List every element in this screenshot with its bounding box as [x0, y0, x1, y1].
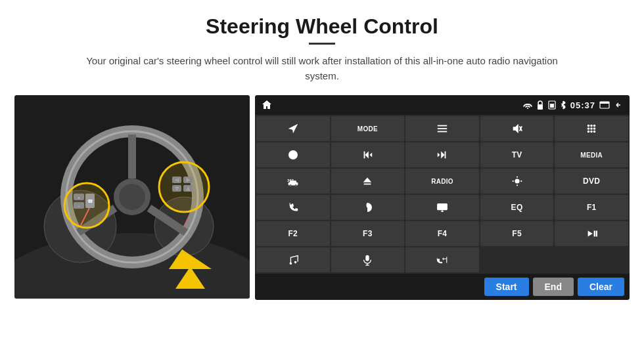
- svg-line-70: [290, 258, 298, 260]
- status-bar: 05:37: [255, 95, 630, 115]
- steering-wheel-image: km/h RPM + - ☎: [14, 95, 250, 299]
- control-button-r5c3[interactable]: F4: [405, 221, 479, 246]
- control-button-r1c4[interactable]: [480, 116, 554, 141]
- svg-text:▷: ▷: [187, 178, 190, 182]
- control-button-r1c1[interactable]: [256, 116, 330, 141]
- svg-point-43: [590, 125, 593, 127]
- svg-rect-34: [550, 104, 554, 108]
- svg-point-47: [593, 127, 596, 130]
- control-button-r6c5[interactable]: [555, 247, 628, 272]
- svg-point-45: [587, 127, 590, 130]
- svg-text:◁: ◁: [175, 178, 179, 182]
- wifi-icon: [523, 101, 532, 109]
- control-panel: 05:37 MODETVMEDIA360RADIODVDEQF1F2F3F4F5…: [255, 95, 630, 300]
- svg-rect-65: [438, 204, 447, 210]
- svg-point-58: [289, 184, 291, 186]
- svg-rect-39: [438, 131, 447, 133]
- control-button-r3c2[interactable]: [331, 169, 405, 194]
- start-button[interactable]: Start: [484, 278, 529, 296]
- control-button-r6c2[interactable]: [331, 247, 405, 272]
- svg-point-59: [294, 184, 296, 186]
- control-button-r4c1[interactable]: [256, 195, 330, 220]
- status-right: 05:37: [523, 100, 623, 110]
- svg-rect-57: [290, 180, 296, 183]
- svg-rect-54: [445, 152, 446, 159]
- svg-rect-71: [366, 255, 369, 261]
- svg-point-49: [590, 131, 593, 133]
- control-button-r5c5[interactable]: [555, 221, 628, 246]
- control-button-r4c3[interactable]: [405, 195, 479, 220]
- svg-point-52: [291, 153, 294, 156]
- control-button-r1c2[interactable]: MODE: [331, 116, 405, 141]
- svg-text:☎: ☎: [87, 199, 93, 203]
- title-divider: [309, 43, 335, 45]
- button-grid: MODETVMEDIA360RADIODVDEQF1F2F3F4F5: [255, 115, 630, 274]
- svg-rect-69: [596, 231, 597, 237]
- lock-icon: [536, 100, 544, 110]
- svg-point-48: [587, 131, 590, 133]
- bottom-bar: Start End Clear: [255, 274, 630, 300]
- control-button-r4c4[interactable]: EQ: [480, 195, 554, 220]
- control-button-r1c3[interactable]: [405, 116, 479, 141]
- control-button-r6c1[interactable]: [256, 247, 330, 272]
- status-left: [262, 100, 272, 110]
- sim-icon: [548, 100, 556, 110]
- control-button-r3c1[interactable]: 360: [256, 169, 330, 194]
- svg-text:▽: ▽: [175, 186, 179, 190]
- control-button-r1c5[interactable]: [555, 116, 628, 141]
- svg-point-46: [590, 127, 593, 130]
- status-time: 05:37: [570, 100, 595, 110]
- svg-rect-68: [594, 231, 595, 237]
- svg-text:-: -: [78, 204, 80, 208]
- svg-point-50: [593, 131, 596, 133]
- svg-point-42: [587, 125, 590, 127]
- subtitle: Your original car's steering wheel contr…: [85, 54, 559, 83]
- control-button-r3c5[interactable]: DVD: [555, 169, 628, 194]
- control-button-r2c5[interactable]: MEDIA: [555, 142, 628, 167]
- control-button-r2c1[interactable]: [256, 142, 330, 167]
- svg-text:+: +: [78, 196, 80, 200]
- control-button-r2c2[interactable]: [331, 142, 405, 167]
- control-button-r6c4[interactable]: [480, 247, 554, 272]
- svg-rect-32: [538, 104, 543, 110]
- control-button-r3c3[interactable]: RADIO: [405, 169, 479, 194]
- svg-rect-53: [364, 152, 365, 159]
- clear-button[interactable]: Clear: [578, 278, 624, 296]
- control-button-r3c4[interactable]: [480, 169, 554, 194]
- control-button-r2c3[interactable]: [405, 142, 479, 167]
- content-area: km/h RPM + - ☎: [0, 95, 644, 300]
- control-button-r5c1[interactable]: F2: [256, 221, 330, 246]
- svg-rect-38: [438, 128, 447, 129]
- back-icon: [614, 100, 623, 110]
- home-icon: [262, 100, 272, 110]
- window-icon: [599, 101, 610, 109]
- svg-point-10: [119, 184, 145, 210]
- bluetooth-icon: [560, 100, 566, 110]
- control-button-r4c5[interactable]: F1: [555, 195, 628, 220]
- svg-point-44: [593, 125, 596, 127]
- control-button-r5c2[interactable]: F3: [331, 221, 405, 246]
- control-button-r4c2[interactable]: [331, 195, 405, 220]
- control-button-r5c4[interactable]: F5: [480, 221, 554, 246]
- svg-text:△: △: [187, 186, 190, 190]
- end-button[interactable]: End: [533, 278, 574, 296]
- control-button-r2c4[interactable]: TV: [480, 142, 554, 167]
- control-button-r6c3[interactable]: [405, 247, 479, 272]
- svg-rect-37: [438, 125, 447, 127]
- svg-point-60: [515, 178, 519, 183]
- svg-rect-36: [600, 102, 609, 104]
- page-title: Steering Wheel Control: [0, 0, 644, 43]
